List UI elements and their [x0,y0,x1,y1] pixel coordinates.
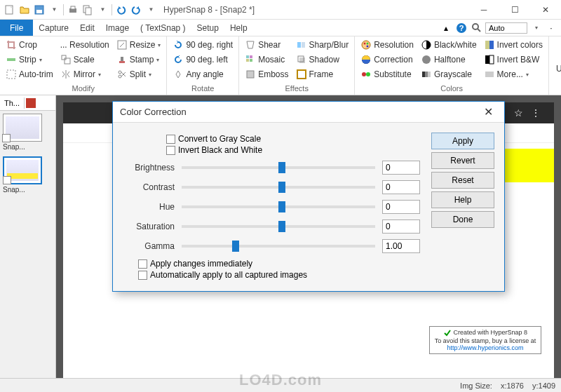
crop-button[interactable]: Crop [3,38,56,52]
file-menu[interactable]: File [0,20,33,36]
invertbw-button[interactable]: Invert B&W [481,53,546,67]
slider-track[interactable] [182,186,375,189]
slider-value[interactable] [382,219,420,234]
slider-thumb[interactable] [232,241,239,252]
copy-icon[interactable] [81,3,95,17]
usertools-button[interactable]: User tools▾ [552,38,561,89]
more-button[interactable]: More...▾ [481,67,546,81]
blackwhite-button[interactable]: Black/white [418,38,480,52]
save-icon[interactable] [32,3,46,17]
done-button[interactable]: Done [431,211,494,228]
slider-track[interactable] [182,245,375,248]
maximize-button[interactable]: ☐ [499,0,530,20]
shear-button[interactable]: Shear [242,38,291,52]
menu-capture[interactable]: Capture [33,20,74,36]
saveas-dropdown-icon[interactable]: ▼ [47,3,61,17]
zoom-icon[interactable] [470,21,484,35]
resolution-button[interactable]: ... Resolution [58,38,112,52]
more-dropdown-icon[interactable]: ▼ [95,3,109,17]
open-icon[interactable] [18,3,32,17]
slider-row-contrast: Contrast [123,180,420,194]
more-icon[interactable]: · [544,21,558,35]
slider-value[interactable] [382,180,420,194]
print-icon[interactable] [66,3,80,17]
slider-label: Gamma [123,241,175,251]
resize-button[interactable]: Resize▾ [114,38,164,52]
customize-dropdown-icon[interactable]: ▼ [144,3,158,17]
shadow-button[interactable]: Shadow [293,53,352,67]
slider-value[interactable] [382,161,420,175]
apply-all-checkbox[interactable] [138,271,147,280]
mosaic-button[interactable]: Mosaic [242,53,291,67]
convert-gray-checkbox[interactable] [166,135,175,144]
slider-thumb[interactable] [278,221,285,232]
thumb-checkbox[interactable] [3,176,11,184]
thumb-item[interactable]: Snap... [3,114,53,151]
new-icon[interactable] [3,3,17,17]
redo-icon[interactable] [129,3,143,17]
color-resolution-button[interactable]: Resolution [358,38,417,52]
expand-icon[interactable]: ▴ [439,21,453,35]
sharpblur-button[interactable]: Sharp/Blur [293,38,352,52]
invert-bw-checkbox[interactable] [166,146,175,155]
rotate-any-icon [173,69,184,80]
grayscale-button[interactable]: Grayscale [418,67,480,81]
slider-track[interactable] [182,225,375,228]
dialog-titlebar[interactable]: Color Correction ✕ [113,102,504,123]
mirror-button[interactable]: Mirror▾ [58,67,112,81]
slider-thumb[interactable] [278,201,285,212]
slider-thumb[interactable] [278,162,285,173]
menu-setup[interactable]: Setup [191,20,224,36]
close-button[interactable]: ✕ [530,0,561,20]
slider-track[interactable] [182,205,375,208]
svg-rect-46 [485,72,494,77]
halftone-button[interactable]: Halftone [418,53,480,67]
undo-icon[interactable] [114,3,128,17]
zoom-select[interactable]: Auto [485,22,527,34]
frame-button[interactable]: Frame [293,67,352,81]
stamp-button[interactable]: Stamp▾ [114,53,164,67]
rotate-left-button[interactable]: 90 deg. left [170,53,236,67]
minimize-button[interactable]: ─ [468,0,499,20]
svg-point-18 [119,71,121,74]
slider-value[interactable] [382,200,420,214]
substitute-icon [360,69,372,80]
slider-track[interactable] [182,166,375,169]
zoom-dropdown-icon[interactable]: ▾ [529,21,543,35]
ribbon-group-usertools: User tools▾ [549,36,561,95]
menu-textsnap[interactable]: ( TextSnap ) [135,20,191,36]
strip-button[interactable]: Strip▾ [3,53,56,67]
stamp-url[interactable]: http://www.hyperionics.com [447,344,523,351]
stamp-line2: To avoid this stamp, buy a license at [435,337,536,344]
revert-button[interactable]: Revert [431,152,494,169]
help-icon[interactable]: ? [454,21,468,35]
dialog-close-button[interactable]: ✕ [480,105,497,119]
slider-value[interactable] [382,239,420,253]
scale-button[interactable]: Scale [58,53,112,67]
emboss-button[interactable]: Emboss [242,67,291,81]
menu-image[interactable]: Image [100,20,135,36]
ribbon-group-rotate: 90 deg. right 90 deg. left Any angle Rot… [167,36,239,95]
thumb-item[interactable]: Snap... [3,156,53,194]
substitute-button[interactable]: Substitute [358,67,417,81]
svg-rect-42 [485,41,489,49]
split-button[interactable]: Split▾ [114,67,164,81]
menu-help[interactable]: Help [224,20,253,36]
autotrim-button[interactable]: Auto-trim [3,67,56,81]
pin-icon[interactable] [26,98,36,108]
svg-rect-26 [302,42,305,48]
reset-button[interactable]: Reset [431,172,494,189]
thumb-checkbox[interactable] [2,134,11,142]
apply-button[interactable]: Apply [431,133,494,149]
slider-thumb[interactable] [278,182,285,193]
apply-immediately-checkbox[interactable] [138,259,147,269]
rotate-right-button[interactable]: 90 deg. right [170,38,236,52]
correction-button[interactable]: Correction [358,53,417,67]
ribbon-group-colors: Resolution Correction Substitute Black/w… [355,36,549,95]
rotate-any-button[interactable]: Any angle [170,67,236,81]
svg-rect-41 [428,72,431,77]
sidebar-tab-thumbs[interactable]: Th... [0,97,25,109]
menu-edit[interactable]: Edit [74,20,100,36]
help-button[interactable]: Help [431,191,494,208]
invertcolors-button[interactable]: Invert colors [481,38,546,52]
